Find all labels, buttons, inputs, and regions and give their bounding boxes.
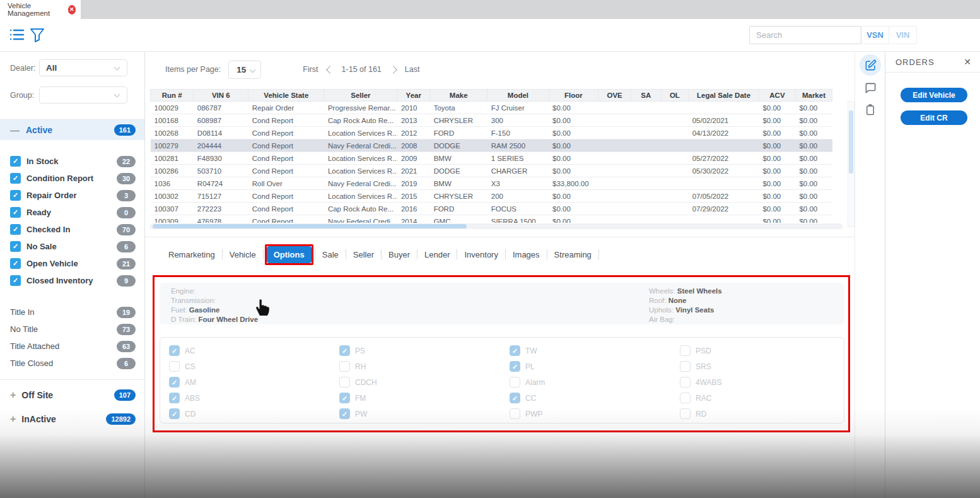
checkbox-icon[interactable] — [680, 377, 691, 388]
previous-page-icon[interactable] — [326, 66, 334, 74]
tab-remarketing[interactable]: Remarketing — [161, 246, 222, 263]
checkbox-icon[interactable] — [169, 377, 180, 388]
table-row[interactable]: 100307272223Cond ReportCap Rock Auto Re.… — [151, 203, 832, 215]
table-row[interactable]: 100279204444Cond ReportNavy Federal Cred… — [151, 139, 832, 152]
option-psd[interactable]: PSD — [680, 343, 722, 359]
option-rh[interactable]: RH — [339, 359, 377, 374]
checkbox-icon[interactable] — [339, 345, 350, 356]
list-menu-icon[interactable] — [9, 27, 25, 43]
vin-button[interactable]: VIN — [889, 26, 917, 44]
column-header-seller[interactable]: Seller — [324, 90, 397, 102]
option-rac[interactable]: RAC — [680, 390, 722, 406]
option-abs[interactable]: ABS — [169, 390, 200, 406]
tab-buyer[interactable]: Buyer — [382, 246, 417, 263]
next-page-icon[interactable] — [389, 66, 397, 74]
checkbox-icon[interactable] — [169, 361, 180, 372]
checkbox-icon[interactable] — [10, 207, 21, 218]
table-row[interactable]: 100268D08114Cond ReportLocation Services… — [151, 127, 832, 139]
option-pwp[interactable]: PWP — [510, 406, 545, 422]
filter-funnel-icon[interactable] — [29, 27, 45, 43]
checkbox-icon[interactable] — [510, 345, 520, 356]
items-per-page-select[interactable]: 15 — [228, 61, 261, 79]
checkbox-icon[interactable] — [10, 275, 21, 286]
option-tw[interactable]: TW — [510, 343, 545, 359]
checkbox-icon[interactable] — [169, 408, 180, 419]
checkbox-icon[interactable] — [339, 408, 350, 419]
column-header-market[interactable]: Market — [795, 90, 832, 102]
column-header-ove[interactable]: OVE — [598, 90, 631, 102]
checkbox-icon[interactable] — [339, 393, 350, 403]
sidebar-item-condition-report[interactable]: Condition Report30 — [0, 170, 144, 187]
checkbox-icon[interactable] — [169, 345, 180, 356]
option-pw[interactable]: PW — [339, 406, 377, 422]
checkbox-icon[interactable] — [10, 190, 21, 201]
tab-options[interactable]: Options — [267, 246, 312, 263]
column-header-legal-sale-date[interactable]: Legal Sale Date — [689, 90, 759, 102]
vertical-scrollbar[interactable] — [848, 101, 855, 227]
option-rd[interactable]: RD — [680, 406, 722, 422]
expand-plus-icon[interactable]: + — [10, 389, 16, 401]
table-row[interactable]: 100302715127Cond ReportLocation Services… — [151, 190, 832, 203]
option-4wabs[interactable]: 4WABS — [680, 374, 722, 390]
first-page-link[interactable]: First — [303, 65, 318, 74]
checkbox-icon[interactable] — [10, 258, 21, 269]
sidebar-section-active[interactable]: — Active 161 — [0, 119, 144, 140]
sidebar-item-repair-order[interactable]: Repair Order3 — [0, 187, 144, 204]
checkbox-icon[interactable] — [10, 156, 21, 167]
checkbox-icon[interactable] — [510, 377, 520, 388]
option-am[interactable]: AM — [169, 374, 200, 390]
table-row[interactable]: 100309476978Cond ReportNavy Federal Cred… — [151, 215, 832, 223]
tab-inventory[interactable]: Inventory — [457, 246, 505, 263]
sidebar-item-no-sale[interactable]: No Sale6 — [0, 238, 144, 255]
tab-streaming[interactable]: Streaming — [547, 246, 598, 263]
column-header-vin-6[interactable]: VIN 6 — [194, 90, 248, 102]
table-row[interactable]: 1036R04724Roll OverNavy Federal Credi...… — [151, 177, 832, 190]
column-header-acv[interactable]: ACV — [759, 90, 795, 102]
edit-cr-button[interactable]: Edit CR — [901, 110, 967, 125]
option-pl[interactable]: PL — [510, 359, 545, 374]
vsn-button[interactable]: VSN — [861, 26, 889, 44]
tab-sale[interactable]: Sale — [315, 246, 346, 263]
option-cc[interactable]: CC — [510, 390, 545, 406]
expand-plus-icon[interactable]: + — [10, 413, 16, 425]
tab-lender[interactable]: Lender — [417, 246, 457, 263]
sidebar-item-title-closed[interactable]: Title Closed6 — [0, 355, 144, 372]
column-header-ol[interactable]: OL — [661, 90, 688, 102]
option-cs[interactable]: CS — [169, 359, 200, 374]
column-header-vehicle-state[interactable]: Vehicle State — [248, 90, 324, 102]
group-select[interactable] — [39, 86, 127, 104]
checkbox-icon[interactable] — [510, 408, 520, 419]
chat-icon[interactable] — [860, 77, 881, 98]
search-input[interactable] — [749, 26, 861, 44]
column-header-run[interactable]: Run # — [151, 90, 194, 102]
checkbox-icon[interactable] — [680, 393, 691, 403]
sidebar-item-title-in[interactable]: Title In19 — [0, 304, 144, 321]
sidebar-item-title-attached[interactable]: Title Attached63 — [0, 338, 144, 355]
column-header-floor[interactable]: Floor — [549, 90, 598, 102]
column-header-model[interactable]: Model — [487, 90, 549, 102]
checkbox-icon[interactable] — [10, 241, 21, 252]
checkbox-icon[interactable] — [169, 393, 180, 403]
table-row[interactable]: 100281F48930Cond ReportLocation Services… — [151, 152, 832, 165]
checkbox-icon[interactable] — [510, 393, 520, 403]
last-page-link[interactable]: Last — [405, 65, 420, 74]
option-ac[interactable]: AC — [169, 343, 200, 359]
sidebar-item-checked-in[interactable]: Checked In70 — [0, 221, 144, 238]
horizontal-scrollbar[interactable] — [150, 223, 843, 229]
checkbox-icon[interactable] — [10, 173, 21, 184]
edit-vehicle-button[interactable]: Edit Vehicle — [901, 88, 967, 102]
dealer-select[interactable]: All — [39, 59, 127, 76]
clipboard-icon[interactable] — [860, 99, 881, 121]
table-row[interactable]: 100286503710Cond ReportLocation Services… — [151, 165, 832, 177]
checkbox-icon[interactable] — [339, 361, 350, 372]
tab-close-icon[interactable]: ✕ — [68, 5, 76, 15]
checkbox-icon[interactable] — [510, 361, 520, 372]
table-row[interactable]: 100029086787Repair OrderProgressive Rema… — [151, 102, 832, 114]
checkbox-icon[interactable] — [10, 224, 21, 235]
sidebar-item-closed-inventory[interactable]: Closed Inventory9 — [0, 272, 144, 289]
sidebar-item-no-title[interactable]: No Title73 — [0, 321, 144, 338]
tab-images[interactable]: Images — [506, 246, 547, 263]
sidebar-item-ready[interactable]: Ready0 — [0, 204, 144, 221]
option-fm[interactable]: FM — [339, 390, 377, 406]
column-header-sa[interactable]: SA — [631, 90, 662, 102]
